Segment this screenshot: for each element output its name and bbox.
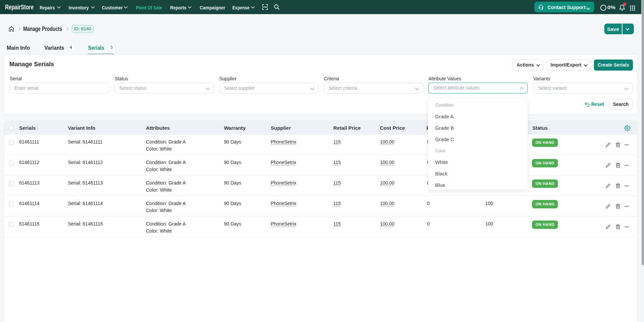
svg-text:Contact Support: Contact Support xyxy=(547,5,585,10)
svg-text:Expense: Expense xyxy=(232,5,250,10)
svg-text:Main Info: Main Info xyxy=(7,45,30,51)
svg-text:Save: Save xyxy=(607,27,619,32)
svg-text:Repairs: Repairs xyxy=(40,5,55,10)
svg-text:Point Of Sale: Point Of Sale xyxy=(136,5,162,10)
svg-text:0%: 0% xyxy=(607,5,616,10)
svg-text:Serials: Serials xyxy=(88,45,104,51)
svg-text:Campaigner: Campaigner xyxy=(200,5,225,10)
svg-text:Manage Products: Manage Products xyxy=(23,26,62,32)
svg-text:Variants: Variants xyxy=(44,45,64,51)
svg-text:Inventory: Inventory xyxy=(69,5,89,10)
svg-text:Manage Serials: Manage Serials xyxy=(9,62,54,68)
svg-text:RepairStore: RepairStore xyxy=(5,4,34,11)
svg-text:Reports: Reports xyxy=(170,5,186,10)
svg-text:Customer: Customer xyxy=(102,5,123,10)
